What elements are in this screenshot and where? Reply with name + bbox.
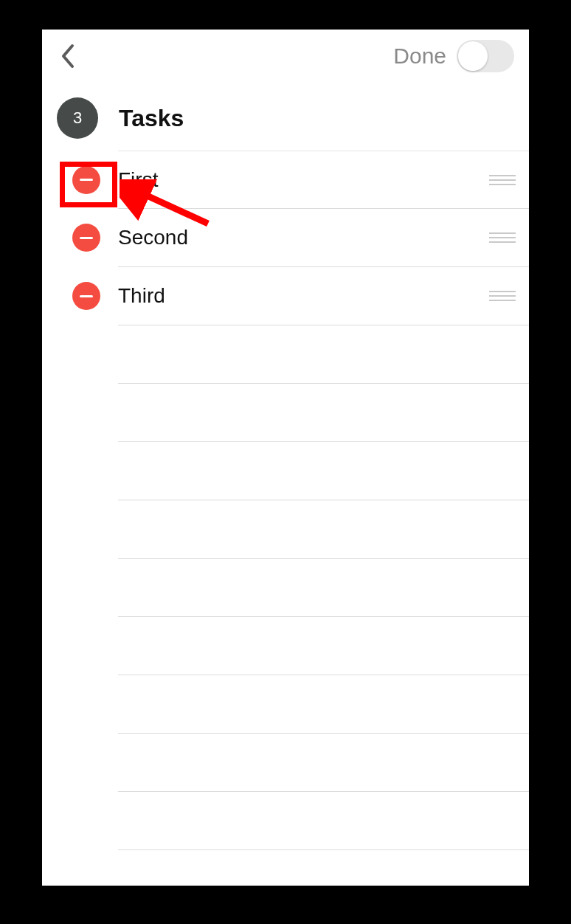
page-title: Tasks (119, 105, 184, 132)
done-label: Done (393, 44, 446, 69)
delete-task-button[interactable] (72, 166, 100, 194)
task-row[interactable]: Third (118, 267, 529, 325)
task-label: First (118, 168, 486, 192)
empty-row (118, 675, 529, 734)
delete-task-button[interactable] (72, 224, 100, 252)
minus-icon (80, 179, 93, 181)
empty-row (118, 384, 529, 442)
task-row[interactable]: Second (118, 209, 529, 267)
empty-row (118, 850, 529, 886)
empty-row (118, 325, 529, 384)
task-row[interactable]: First (118, 151, 529, 209)
done-toggle[interactable] (457, 40, 514, 72)
empty-row (118, 559, 529, 617)
drag-handle-icon[interactable] (486, 232, 516, 243)
chevron-left-icon (60, 44, 75, 69)
empty-row (118, 442, 529, 500)
task-edit-screen: Done 3 Tasks FirstSecondThird (42, 30, 529, 886)
delete-task-button[interactable] (72, 282, 100, 310)
drag-handle-icon[interactable] (486, 291, 516, 301)
empty-row (118, 617, 529, 675)
title-row: 3 Tasks (42, 86, 529, 151)
task-list: FirstSecondThird (118, 151, 529, 886)
header-right: Done (393, 40, 514, 72)
empty-row (118, 734, 529, 792)
empty-row (118, 500, 529, 559)
minus-icon (80, 237, 93, 239)
task-label: Third (118, 284, 486, 308)
drag-handle-icon[interactable] (486, 175, 516, 185)
back-button[interactable] (57, 41, 79, 71)
empty-row (118, 792, 529, 850)
toggle-knob (458, 41, 488, 71)
minus-icon (80, 295, 93, 297)
header: Done (42, 30, 529, 86)
task-label: Second (118, 226, 486, 249)
task-count-badge: 3 (57, 97, 98, 139)
